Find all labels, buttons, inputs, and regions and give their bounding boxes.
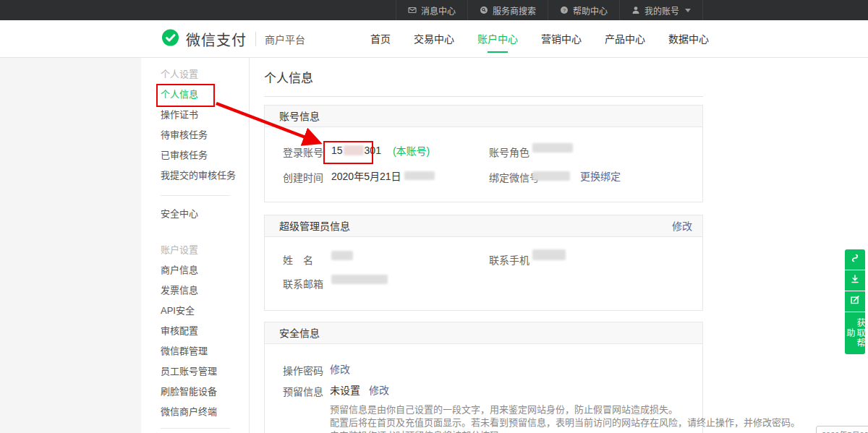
- sidebar-item-merchant-info[interactable]: 商户信息: [161, 260, 198, 280]
- reserve-edit-link[interactable]: 修改: [369, 382, 389, 397]
- left-gutter: [0, 58, 141, 433]
- name-value: [331, 251, 353, 260]
- feedback-button[interactable]: [845, 291, 865, 312]
- get-help-button[interactable]: 获取帮助: [845, 312, 865, 354]
- account-role-value: [532, 143, 573, 153]
- reserve-info-description: 预留信息是由你自己设置的一段文字，用来鉴定网站身份，防止假冒网站造成损失。 配置…: [330, 403, 695, 433]
- top-utility-items: 消息中心 服务商搜索 ? 帮助中心 我的账号: [396, 0, 703, 20]
- reserve-status: 未设置: [330, 382, 360, 397]
- date-tooltip: 2020年5月22日: [816, 426, 868, 433]
- operation-password-label: 操作密码: [283, 363, 323, 377]
- nav-transaction-center[interactable]: 交易中心: [414, 20, 454, 58]
- login-account-masked: [344, 145, 364, 155]
- reserve-desc-line: 配置后将在首页及充值页面显示。若未看到预留信息，表明当前访问的网站存在风险，请终…: [330, 416, 695, 429]
- admin-info-card-head: 超级管理员信息 修改: [265, 215, 702, 237]
- help-icon: ?: [560, 6, 569, 14]
- sidebar-divider: [161, 428, 230, 429]
- created-time-masked: [404, 171, 435, 180]
- brand-portal-label: 商户平台: [265, 32, 305, 46]
- my-account-item[interactable]: 我的账号: [619, 0, 703, 20]
- security-info-card-title: 安全信息: [265, 322, 702, 344]
- sidebar-item-my-submitted-tasks[interactable]: 我提交的审核任务: [161, 166, 236, 186]
- login-account-value: 15301 (本账号): [331, 143, 430, 158]
- page-body: 个人设置 个人信息 操作证书 待审核任务 已审核任务 我提交的审核任务 安全中心…: [0, 58, 868, 433]
- reserve-desc-line: 未安装操作证书时预留信息将被部分掩码。: [330, 429, 695, 433]
- contact-phone-label: 联系手机: [489, 252, 529, 267]
- admin-edit-link[interactable]: 修改: [672, 215, 692, 237]
- sidebar-item-invoice-info[interactable]: 发票信息: [161, 280, 198, 301]
- service-provider-search-label: 服务商搜索: [493, 4, 536, 17]
- current-account-tag: (本账号): [393, 143, 430, 158]
- help-center-label: 帮助中心: [573, 4, 608, 17]
- svg-text:?: ?: [563, 7, 566, 14]
- top-utility-bar: 消息中心 服务商搜索 ? 帮助中心 我的账号: [0, 0, 868, 20]
- mail-icon: [408, 6, 417, 14]
- nav-account-center[interactable]: 账户中心: [477, 20, 518, 58]
- contact-phone-value: [532, 249, 566, 260]
- account-role-label: 账号角色: [489, 145, 529, 159]
- sidebar-item-security-center[interactable]: 安全中心: [161, 204, 198, 224]
- sidebar-item-personal-info[interactable]: 个人信息: [161, 85, 198, 105]
- my-account-label: 我的账号: [644, 4, 679, 17]
- sidebar-divider: [161, 195, 230, 196]
- admin-info-card: 超级管理员信息 修改 姓 名 联系手机 联系邮箱: [264, 215, 703, 311]
- main-nav: 首页 交易中心 账户中心 营销中心 产品中心 数据中心: [347, 20, 709, 58]
- brand-divider: [255, 32, 256, 46]
- security-info-card: 安全信息 操作密码 修改 预留信息 未设置 修改 预留信息是由你自己设置的一段文…: [264, 322, 703, 433]
- contact-email-value: [331, 275, 388, 284]
- download-button[interactable]: [845, 270, 865, 291]
- account-info-card-title: 账号信息: [265, 106, 702, 127]
- reserve-info-label: 预留信息: [283, 384, 323, 398]
- created-time-label: 创建时间: [283, 170, 323, 184]
- password-edit-link[interactable]: 修改: [330, 361, 350, 376]
- account-role-masked: [532, 143, 573, 153]
- operation-password-value: 修改: [330, 361, 350, 376]
- sidebar-item-face-device[interactable]: 刷脸智能设备: [161, 382, 217, 402]
- sidebar-item-review-config[interactable]: 审核配置: [161, 321, 198, 341]
- contact-email-label: 联系邮箱: [283, 276, 323, 291]
- account-info-card: 账号信息 登录账号 15301 (本账号) 账号角色 创建时间 2020年5月2…: [264, 105, 703, 202]
- sidebar-item-merchant-terminal[interactable]: 微信商户终端: [161, 402, 217, 422]
- site-header: 微信支付 商户平台 首页 交易中心 账户中心 营销中心 产品中心 数据中心: [0, 20, 868, 58]
- sidebar: 个人设置 个人信息 操作证书 待审核任务 已审核任务 我提交的审核任务 安全中心…: [141, 58, 250, 433]
- nav-marketing-center[interactable]: 营销中心: [541, 20, 582, 58]
- sidebar-item-pending-review-tasks[interactable]: 待审核任务: [161, 125, 208, 145]
- service-provider-search-item[interactable]: 服务商搜索: [467, 0, 548, 20]
- brand-name: 微信支付: [186, 29, 247, 50]
- quick-link-button[interactable]: [845, 249, 865, 270]
- nav-product-center[interactable]: 产品中心: [605, 20, 645, 58]
- login-account-prefix: 15: [331, 145, 343, 156]
- bound-wechat-value: 更换绑定: [532, 168, 621, 183]
- download-icon: [850, 274, 860, 287]
- floating-help-panel: 获取帮助: [845, 249, 865, 354]
- page-title: 个人信息: [264, 68, 313, 86]
- search-icon: [480, 6, 488, 14]
- contact-email-masked: [331, 275, 388, 284]
- message-center-item[interactable]: 消息中心: [396, 0, 467, 20]
- sidebar-item-reviewed-tasks[interactable]: 已审核任务: [161, 145, 208, 166]
- sidebar-item-operation-certificate[interactable]: 操作证书: [161, 105, 198, 125]
- help-center-item[interactable]: ? 帮助中心: [548, 0, 619, 20]
- nav-data-center[interactable]: 数据中心: [668, 20, 709, 58]
- sidebar-header-account-settings: 账户设置: [161, 240, 198, 260]
- wechat-pay-logo-icon: [161, 28, 180, 51]
- chevron-down-icon: [685, 9, 691, 12]
- message-center-label: 消息中心: [421, 4, 456, 17]
- sidebar-item-staff-account-mgmt[interactable]: 员工账号管理: [161, 361, 217, 382]
- reserve-desc-line: 预留信息是由你自己设置的一段文字，用来鉴定网站身份，防止假冒网站造成损失。: [330, 403, 695, 416]
- login-account-label: 登录账号: [283, 145, 323, 159]
- brand-logo: 微信支付 商户平台: [161, 20, 305, 58]
- title-divider: [264, 96, 703, 97]
- login-account-suffix: 301: [365, 145, 381, 156]
- nav-home[interactable]: 首页: [370, 20, 391, 58]
- created-time-value: 2020年5月21日: [331, 168, 435, 183]
- user-icon: [631, 6, 640, 14]
- rebind-link[interactable]: 更换绑定: [580, 168, 621, 183]
- contact-phone-masked: [532, 249, 566, 260]
- sidebar-item-wechat-group-mgmt[interactable]: 微信群管理: [161, 341, 208, 361]
- name-masked: [331, 251, 353, 260]
- sidebar-header-personal-settings: 个人设置: [161, 64, 198, 85]
- bound-wechat-masked: [532, 171, 570, 181]
- link-icon: [850, 253, 860, 266]
- sidebar-item-api-security[interactable]: API安全: [161, 301, 195, 321]
